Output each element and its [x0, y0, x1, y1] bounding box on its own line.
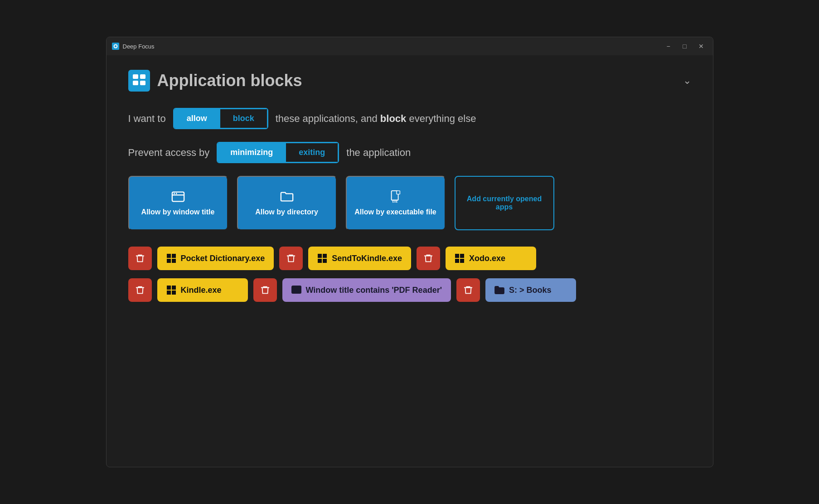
windows-logo-icon [166, 285, 176, 295]
svg-rect-24 [460, 259, 464, 263]
svg-rect-23 [455, 259, 459, 263]
folder-icon [280, 190, 294, 204]
page-header: Application blocks ⌄ [128, 70, 691, 92]
sendtokindle-label: SendToKindle.exe [332, 254, 402, 263]
svg-rect-16 [172, 259, 176, 263]
trash-icon [423, 253, 433, 263]
page-title: Application blocks [157, 71, 302, 90]
app-row-2: Kindle.exe Window title contains 'PDF Re… [128, 278, 691, 302]
block-toggle-button[interactable]: block [220, 109, 267, 128]
content-area: Application blocks ⌄ I want to allow blo… [107, 55, 713, 467]
allow-block-row: I want to allow block these applications… [128, 108, 691, 129]
add-currently-opened-apps-button[interactable]: Add currently opened apps [455, 176, 554, 230]
svg-rect-22 [460, 254, 464, 258]
xodo-tag: Xodo.exe [446, 247, 536, 270]
allow-by-executable-label: Allow by executable file [354, 208, 436, 216]
allow-by-directory-label: Allow by directory [255, 208, 318, 216]
allow-by-executable-button[interactable]: EXE Allow by executable file [346, 176, 446, 230]
allow-by-window-title-button[interactable]: Allow by window title [128, 176, 228, 230]
svg-rect-14 [172, 254, 176, 258]
svg-point-9 [175, 193, 177, 194]
executable-icon: EXE [389, 190, 402, 204]
svg-rect-21 [455, 254, 459, 258]
kindle-label: Kindle.exe [181, 286, 222, 295]
sentence1-prefix: I want to [128, 113, 166, 125]
books-directory-tag: S: > Books [485, 278, 576, 302]
svg-rect-19 [318, 259, 322, 263]
window-title-icon [291, 285, 301, 295]
allow-by-directory-button[interactable]: Allow by directory [237, 176, 337, 230]
delete-sendtokindle-button[interactable] [279, 247, 303, 270]
windows-logo-icon [455, 253, 465, 263]
minimize-button[interactable]: − [662, 40, 675, 53]
kindle-tag: Kindle.exe [157, 278, 248, 302]
minimizing-toggle-button[interactable]: minimizing [218, 143, 286, 162]
svg-point-1 [114, 45, 116, 48]
titlebar: Deep Focus − □ ✕ [107, 37, 713, 55]
window-title: Deep Focus [123, 43, 155, 50]
window-controls: − □ ✕ [662, 40, 708, 53]
prevent-access-row: Prevent access by minimizing exiting the… [128, 142, 691, 163]
sentence2-suffix: the application [346, 147, 411, 159]
app-row-1: Pocket Dictionary.exe SendToKindle.exe X… [128, 247, 691, 270]
svg-rect-11 [396, 191, 400, 194]
app-icon-small [112, 43, 119, 50]
svg-rect-28 [172, 291, 176, 295]
window-icon [171, 190, 185, 204]
sendtokindle-tag: SendToKindle.exe [308, 247, 411, 270]
titlebar-left: Deep Focus [112, 43, 155, 50]
svg-rect-18 [323, 254, 327, 258]
delete-kindle-button[interactable] [128, 278, 152, 302]
apps-list: Pocket Dictionary.exe SendToKindle.exe X… [128, 247, 691, 302]
svg-point-8 [174, 193, 175, 194]
pdfreader-tag: Window title contains 'PDF Reader' [282, 278, 451, 302]
allow-toggle-button[interactable]: allow [174, 109, 220, 128]
trash-icon [260, 285, 270, 295]
svg-rect-29 [292, 286, 301, 293]
svg-rect-2 [133, 74, 138, 79]
minimizing-exiting-toggle: minimizing exiting [217, 142, 339, 163]
allow-block-toggle: allow block [173, 108, 268, 129]
svg-rect-25 [167, 286, 171, 290]
trash-icon [135, 285, 145, 295]
svg-rect-5 [140, 81, 145, 85]
action-cards-row: Allow by window title Allow by directory… [128, 176, 691, 230]
delete-books-button[interactable] [456, 278, 480, 302]
delete-pocket-dictionary-button[interactable] [128, 247, 152, 270]
pocket-dictionary-tag: Pocket Dictionary.exe [157, 247, 274, 270]
main-window: Deep Focus − □ ✕ Application blocks [106, 37, 713, 467]
trash-icon [135, 253, 145, 263]
sentence2-prefix: Prevent access by [128, 147, 210, 159]
application-blocks-icon [128, 70, 150, 92]
svg-rect-20 [323, 259, 327, 263]
header-left: Application blocks [128, 70, 302, 92]
windows-logo-icon [317, 253, 327, 263]
block-bold-word: block [380, 113, 406, 124]
exiting-toggle-button[interactable]: exiting [286, 143, 338, 162]
svg-rect-17 [318, 254, 322, 258]
close-button[interactable]: ✕ [695, 40, 708, 53]
svg-text:EXE: EXE [392, 200, 397, 204]
windows-logo-icon [166, 253, 176, 263]
delete-pdfreader-button[interactable] [253, 278, 277, 302]
svg-rect-26 [172, 286, 176, 290]
trash-icon [463, 285, 473, 295]
trash-icon [286, 253, 296, 263]
allow-by-window-title-label: Allow by window title [141, 208, 215, 216]
svg-rect-3 [140, 74, 145, 79]
delete-xodo-button[interactable] [417, 247, 440, 270]
svg-rect-27 [167, 291, 171, 295]
books-directory-label: S: > Books [509, 286, 552, 295]
svg-rect-4 [133, 81, 138, 85]
directory-icon [494, 285, 504, 295]
maximize-button[interactable]: □ [678, 40, 691, 53]
svg-rect-15 [167, 259, 171, 263]
xodo-label: Xodo.exe [469, 254, 505, 263]
add-currently-opened-apps-label: Add currently opened apps [463, 195, 546, 211]
pdfreader-label: Window title contains 'PDF Reader' [306, 286, 442, 295]
pocket-dictionary-label: Pocket Dictionary.exe [181, 254, 265, 263]
svg-rect-13 [167, 254, 171, 258]
collapse-button[interactable]: ⌄ [683, 75, 691, 87]
sentence1-suffix: these applications, and block everything… [276, 113, 476, 125]
